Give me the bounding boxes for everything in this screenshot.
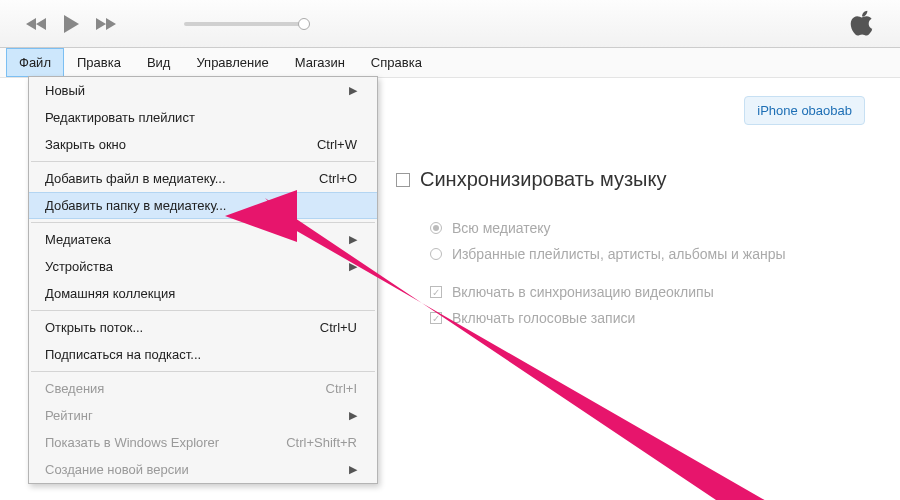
sync-heading-label: Синхронизировать музыку [420, 168, 666, 191]
opt-full-label: Всю медиатеку [452, 220, 551, 236]
device-pill[interactable]: iPhone obaobab [744, 96, 865, 125]
menu-item[interactable]: Подписаться на подкаст... [29, 341, 377, 368]
radio-icon [430, 248, 442, 260]
menu-item[interactable]: Открыть поток...Ctrl+U [29, 314, 377, 341]
menu-shortcut: Ctrl+W [317, 137, 357, 152]
menu-item-label: Сведения [45, 381, 104, 396]
play-icon[interactable] [62, 14, 80, 34]
menu-edit[interactable]: Правка [64, 48, 134, 77]
menu-item-label: Подписаться на подкаст... [45, 347, 201, 362]
menu-item[interactable]: Медиатека▶ [29, 226, 377, 253]
menu-store[interactable]: Магазин [282, 48, 358, 77]
progress-slider[interactable] [184, 22, 324, 26]
submenu-arrow-icon: ▶ [349, 84, 357, 97]
chk-voice-label: Включать голосовые записи [452, 310, 635, 326]
radio-icon [430, 222, 442, 234]
menu-item[interactable]: Закрыть окноCtrl+W [29, 131, 377, 158]
submenu-arrow-icon: ▶ [349, 233, 357, 246]
submenu-arrow-icon: ▶ [349, 260, 357, 273]
checkbox-icon: ✓ [430, 312, 442, 324]
menu-item-label: Открыть поток... [45, 320, 143, 335]
menu-item[interactable]: Редактировать плейлист [29, 104, 377, 131]
menu-item-label: Редактировать плейлист [45, 110, 195, 125]
menu-shortcut: Ctrl+O [319, 171, 357, 186]
menu-separator [31, 222, 375, 223]
menu-item-label: Рейтинг [45, 408, 93, 423]
chk-include-voice[interactable]: ✓ Включать голосовые записи [430, 305, 880, 331]
submenu-arrow-icon: ▶ [349, 409, 357, 422]
menu-item-label: Добавить папку в медиатеку... [45, 198, 226, 213]
menu-item[interactable]: Добавить папку в медиатеку... [29, 192, 377, 219]
apple-logo-icon [849, 8, 875, 41]
menu-controls[interactable]: Управление [183, 48, 281, 77]
menu-file[interactable]: Файл [6, 48, 64, 77]
opt-selected-label: Избранные плейлисты, артисты, альбомы и … [452, 246, 786, 262]
chk-videos-label: Включать в синхронизацию видеоклипы [452, 284, 714, 300]
submenu-arrow-icon: ▶ [349, 463, 357, 476]
menu-item: Создание новой версии▶ [29, 456, 377, 483]
next-track-icon[interactable] [94, 16, 116, 32]
menu-item[interactable]: Домашняя коллекция [29, 280, 377, 307]
file-dropdown: Новый▶Редактировать плейлистЗакрыть окно… [28, 76, 378, 484]
previous-track-icon[interactable] [26, 16, 48, 32]
menu-shortcut: Ctrl+I [326, 381, 357, 396]
opt-full-library[interactable]: Всю медиатеку [430, 215, 880, 241]
menu-view[interactable]: Вид [134, 48, 184, 77]
menu-item-label: Добавить файл в медиатеку... [45, 171, 226, 186]
checkbox-icon: ✓ [430, 286, 442, 298]
menu-shortcut: Ctrl+U [320, 320, 357, 335]
menubar: Файл Правка Вид Управление Магазин Справ… [0, 48, 900, 78]
sync-heading: Синхронизировать музыку [396, 168, 880, 191]
sync-checkbox[interactable] [396, 173, 410, 187]
menu-item[interactable]: Добавить файл в медиатеку...Ctrl+O [29, 165, 377, 192]
menu-item-label: Домашняя коллекция [45, 286, 175, 301]
menu-item-label: Закрыть окно [45, 137, 126, 152]
menu-item[interactable]: Новый▶ [29, 77, 377, 104]
menu-item-label: Медиатека [45, 232, 111, 247]
menu-item-label: Устройства [45, 259, 113, 274]
menu-item-label: Создание новой версии [45, 462, 189, 477]
menu-separator [31, 310, 375, 311]
menu-item-label: Показать в Windows Explorer [45, 435, 219, 450]
menu-separator [31, 161, 375, 162]
toolbar [0, 0, 900, 48]
menu-item[interactable]: Устройства▶ [29, 253, 377, 280]
sync-options: Всю медиатеку Избранные плейлисты, артис… [430, 215, 880, 331]
player-controls [8, 14, 134, 34]
menu-item: Показать в Windows ExplorerCtrl+Shift+R [29, 429, 377, 456]
slider-thumb[interactable] [298, 18, 310, 30]
menu-shortcut: Ctrl+Shift+R [286, 435, 357, 450]
menu-item-label: Новый [45, 83, 85, 98]
chk-include-videos[interactable]: ✓ Включать в синхронизацию видеоклипы [430, 279, 880, 305]
menu-item: Рейтинг▶ [29, 402, 377, 429]
menu-help[interactable]: Справка [358, 48, 435, 77]
opt-selected-playlists[interactable]: Избранные плейлисты, артисты, альбомы и … [430, 241, 880, 267]
menu-separator [31, 371, 375, 372]
menu-item: СведенияCtrl+I [29, 375, 377, 402]
